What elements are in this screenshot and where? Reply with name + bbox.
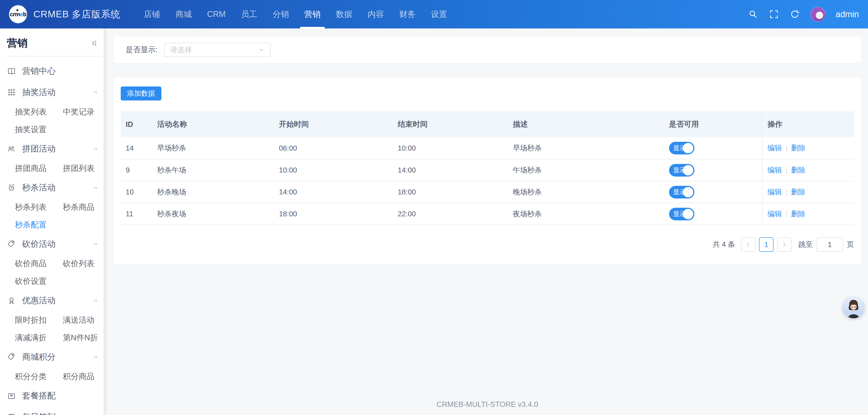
next-page-button[interactable] [777, 237, 792, 252]
sidebar-submenu: 拼团商品拼团列表 [0, 160, 107, 177]
nav-item-3[interactable]: 员工 [233, 0, 265, 29]
total-count: 共 4 条 [712, 240, 735, 249]
box-icon [7, 391, 16, 401]
sidebar-section-label: 每日签到 [22, 411, 56, 415]
sidebar-section-7[interactable]: 套餐搭配 [0, 385, 107, 407]
cell-start-time: 14:00 [274, 181, 393, 203]
sidebar-subitem[interactable]: 中奖记录 [63, 103, 107, 120]
sidebar-subitem[interactable]: 满减满折 [15, 329, 63, 346]
delete-link[interactable]: 删除 [791, 188, 806, 196]
nav-item-5[interactable]: 营销 [297, 0, 328, 29]
delete-link[interactable]: 删除 [791, 210, 806, 218]
cell-start-time: 18:00 [274, 203, 393, 225]
sidebar-section-5[interactable]: 优惠活动 [0, 290, 107, 311]
nav-item-2[interactable]: CRM [199, 0, 233, 29]
navbar-actions: admin [748, 7, 859, 22]
visibility-toggle[interactable]: 显示 [669, 142, 694, 154]
show-filter-select[interactable]: 请选择 [164, 43, 271, 57]
sidebar-section-3[interactable]: 秒杀活动 [0, 177, 107, 198]
book-icon [7, 66, 16, 76]
sidebar-section-label: 营销中心 [22, 66, 56, 77]
calendar-icon [7, 412, 16, 415]
sidebar-subitem[interactable]: 抽奖列表 [15, 103, 63, 120]
sidebar-submenu: 砍价商品砍价列表砍价设置 [0, 255, 107, 290]
column-header: 是否可用 [664, 111, 763, 137]
prev-page-button[interactable] [741, 237, 755, 252]
chevron-up-icon [92, 184, 99, 191]
sidebar-section-label: 拼团活动 [22, 143, 56, 154]
sidebar-section-8[interactable]: 每日签到 [0, 407, 107, 415]
sidebar-section-2[interactable]: 拼团活动 [0, 138, 107, 160]
sidebar-subitem[interactable]: 第N件N折 [63, 329, 107, 346]
nav-item-7[interactable]: 内容 [360, 0, 392, 29]
seckill-config-table: ID活动名称开始时间结束时间描述是否可用操作 14早场秒杀06:0010:00早… [121, 111, 854, 225]
chevron-up-icon [92, 145, 99, 152]
sidebar-subitem[interactable]: 砍价设置 [15, 272, 63, 290]
medal-icon [7, 296, 16, 305]
cell-actions: 编辑|删除 [762, 181, 854, 203]
table-row: 14早场秒杀06:0010:00早场秒杀显示编辑|删除 [121, 137, 854, 159]
table-row: 11秒杀夜场18:0022:00夜场秒杀显示编辑|删除 [121, 203, 854, 225]
visibility-toggle[interactable]: 显示 [669, 164, 694, 177]
nav-item-6[interactable]: 数据 [328, 0, 360, 29]
sidebar-subitem[interactable]: 砍价商品 [15, 255, 63, 272]
sidebar-subitem[interactable]: 拼团商品 [15, 160, 63, 177]
sidebar-section-0[interactable]: 营销中心 [0, 61, 107, 82]
floating-assistant-avatar[interactable] [843, 297, 864, 318]
sidebar-submenu: 抽奖列表中奖记录抽奖设置 [0, 103, 107, 138]
delete-link[interactable]: 删除 [791, 166, 806, 174]
cell-activity-name: 早场秒杀 [152, 137, 274, 159]
add-data-button[interactable]: 添加数据 [121, 87, 161, 101]
sidebar-subitem[interactable]: 秒杀列表 [15, 198, 63, 216]
edit-link[interactable]: 编辑 [767, 210, 782, 218]
sidebar-subitem[interactable]: 砍价列表 [63, 255, 107, 272]
sidebar-section-label: 优惠活动 [22, 295, 56, 306]
delete-link[interactable]: 删除 [791, 144, 806, 152]
select-placeholder: 请选择 [170, 45, 192, 55]
chevron-down-icon [258, 46, 265, 53]
sidebar-subitem[interactable]: 限时折扣 [15, 311, 63, 329]
sidebar-subitem[interactable]: 积分商品 [63, 368, 107, 385]
sidebar-subitem[interactable]: 拼团列表 [63, 160, 107, 177]
edit-link[interactable]: 编辑 [767, 144, 782, 152]
sidebar-section-1[interactable]: 抽奖活动 [0, 82, 107, 103]
sidebar: 营销 营销中心抽奖活动抽奖列表中奖记录抽奖设置拼团活动拼团商品拼团列表秒杀活动秒… [0, 29, 107, 415]
table-card: 添加数据 ID活动名称开始时间结束时间描述是否可用操作 14早场秒杀06:001… [114, 77, 861, 265]
visibility-toggle[interactable]: 显示 [669, 186, 694, 199]
chevron-up-icon [92, 297, 99, 304]
app-logo: crmeb CRMEB 多店版系统 [9, 5, 120, 23]
collapse-left-icon[interactable] [89, 38, 98, 48]
sidebar-subitem[interactable]: 抽奖设置 [15, 120, 63, 138]
sidebar-subitem[interactable]: 满送活动 [63, 311, 107, 329]
jump-page-input[interactable] [816, 237, 843, 252]
sidebar-section-6[interactable]: 商城积分 [0, 346, 107, 368]
page-button-1[interactable]: 1 [759, 237, 774, 252]
visibility-toggle[interactable]: 显示 [669, 208, 694, 220]
table-body: 14早场秒杀06:0010:00早场秒杀显示编辑|删除9秒杀午场10:0014:… [121, 137, 854, 225]
nav-item-9[interactable]: 设置 [423, 0, 455, 29]
sidebar-subitem[interactable]: 秒杀配置 [15, 216, 63, 234]
edit-link[interactable]: 编辑 [767, 166, 782, 174]
alarm-icon [7, 183, 16, 193]
column-header: 活动名称 [152, 111, 274, 137]
fullscreen-icon[interactable] [769, 9, 779, 20]
dots-grid-icon [7, 88, 16, 97]
nav-item-0[interactable]: 店铺 [136, 0, 168, 29]
sidebar-section-label: 抽奖活动 [22, 87, 56, 98]
nav-item-8[interactable]: 财务 [392, 0, 423, 29]
sidebar-section-4[interactable]: 砍价活动 [0, 234, 107, 255]
sidebar-submenu: 积分分类积分商品 [0, 368, 107, 385]
user-avatar[interactable] [810, 7, 825, 22]
username[interactable]: admin [836, 9, 859, 19]
action-separator: | [785, 188, 787, 196]
sidebar-subitem[interactable]: 秒杀商品 [63, 198, 107, 216]
nav-item-4[interactable]: 分销 [265, 0, 297, 29]
refresh-icon[interactable] [789, 9, 800, 20]
search-icon[interactable] [748, 9, 758, 20]
action-separator: | [785, 210, 787, 218]
sidebar-subitem[interactable]: 积分分类 [15, 368, 63, 385]
crmeb-logo-icon: crmeb [9, 5, 27, 23]
nav-item-1[interactable]: 商城 [168, 0, 199, 29]
sidebar-submenu: 限时折扣满送活动满减满折第N件N折 [0, 311, 107, 346]
edit-link[interactable]: 编辑 [767, 188, 782, 196]
